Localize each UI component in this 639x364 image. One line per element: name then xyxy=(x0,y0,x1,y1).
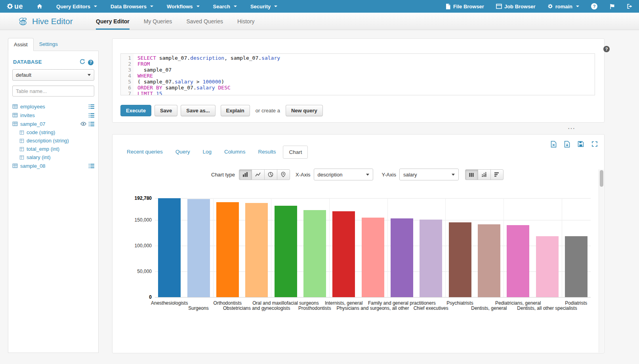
assist-help-icon[interactable]: ? xyxy=(88,58,93,65)
code-lines: SELECT sample_07.description, sample_07.… xyxy=(134,54,280,95)
chart-bar[interactable] xyxy=(187,199,210,297)
tab-saved-queries[interactable]: Saved Queries xyxy=(186,13,223,30)
chart-bar[interactable] xyxy=(245,203,268,297)
table-browse-icon[interactable] xyxy=(89,104,94,109)
column-item[interactable]: description (string) xyxy=(12,136,94,145)
gridline xyxy=(213,198,214,297)
save-button[interactable]: Save xyxy=(155,105,177,116)
caret-down-icon xyxy=(274,6,277,7)
table-browse-icon[interactable] xyxy=(89,163,94,169)
chart-bar[interactable] xyxy=(332,211,355,297)
table-filter-input[interactable] xyxy=(12,85,94,97)
y-axis-tick-label: 150,000 xyxy=(113,217,152,223)
table-browse-icon[interactable] xyxy=(89,113,94,118)
tab-settings[interactable]: Settings xyxy=(34,38,63,51)
gridline xyxy=(445,198,446,297)
chart-bar[interactable] xyxy=(303,210,326,297)
gear-icon xyxy=(547,4,553,9)
chart-x-label: Physicians and surgeons, all other xyxy=(337,305,409,311)
app-title: Hive Editor xyxy=(17,13,87,30)
hue-logo[interactable]: ue xyxy=(6,2,23,11)
tab-assist[interactable]: Assist xyxy=(8,38,34,51)
nav-query-editors[interactable]: Query Editors xyxy=(56,4,97,9)
save-as-button[interactable]: Save as... xyxy=(181,105,215,116)
column-item[interactable]: salary (int) xyxy=(12,153,94,161)
tab-query-editor[interactable]: Query Editor xyxy=(96,13,130,30)
caret-down-icon xyxy=(196,6,200,7)
chart-x-label: Internists, general xyxy=(325,300,362,306)
database-select[interactable]: default xyxy=(12,69,94,81)
caret-down-icon xyxy=(88,74,91,76)
chart-x-label: Dentists, general xyxy=(471,305,507,311)
y-axis-tick-label: 100,000 xyxy=(113,243,152,248)
gridline xyxy=(155,198,591,199)
line-numbers: 1234567 xyxy=(121,54,134,95)
chart-x-label: Dentists, all other specialists xyxy=(517,305,577,311)
y-axis-tick-label: 50,000 xyxy=(113,269,152,274)
chart-bar[interactable] xyxy=(449,222,471,298)
sql-editor[interactable]: 1234567 SELECT sample_07.description, sa… xyxy=(120,53,595,95)
chart-bar[interactable] xyxy=(158,198,181,297)
flag-icon xyxy=(609,4,615,9)
or-create-a-text: or create a xyxy=(256,108,280,114)
refresh-icon[interactable] xyxy=(80,59,85,64)
query-editor-panel: ? 1234567 SELECT sample_07.description, … xyxy=(112,38,605,123)
table-icon xyxy=(12,163,18,169)
gridline xyxy=(562,198,562,297)
editor-help-icon[interactable]: ? xyxy=(603,46,610,52)
preview-eye-icon[interactable] xyxy=(80,121,86,126)
chart-bar[interactable] xyxy=(362,218,384,297)
chart-bar[interactable] xyxy=(565,236,587,297)
y-axis-tick-label: 192,780 xyxy=(113,195,152,201)
logout-button[interactable] xyxy=(627,4,633,9)
chart-bar[interactable] xyxy=(507,225,529,297)
editor-nav-tabs: Query Editor My Queries Saved Queries Hi… xyxy=(96,13,255,30)
chart-bar[interactable] xyxy=(420,220,442,297)
nav-search[interactable]: Search xyxy=(213,4,237,9)
home-button[interactable] xyxy=(36,3,43,9)
nav-workflows[interactable]: Workflows xyxy=(167,4,200,9)
chart-x-label: Podiatrists xyxy=(565,300,587,306)
chart-bar[interactable] xyxy=(536,236,559,297)
tab-history[interactable]: History xyxy=(237,13,255,30)
chart-x-label: Oral and maxillofacial surgeons xyxy=(252,300,319,306)
table-name: sample_07 xyxy=(20,121,78,127)
home-icon xyxy=(36,3,43,9)
table-row[interactable]: sample_08 xyxy=(12,161,94,170)
table-row[interactable]: employees xyxy=(12,102,94,111)
chart-bar[interactable] xyxy=(275,206,297,297)
sign-out-icon xyxy=(627,4,633,9)
chart-x-label: Prosthodontists xyxy=(298,305,331,311)
table-browse-icon[interactable] xyxy=(89,121,94,127)
column-item[interactable]: total_emp (int) xyxy=(12,145,94,153)
explain-button[interactable]: Explain xyxy=(221,105,250,116)
help-button[interactable]: ? xyxy=(591,3,597,9)
tab-my-queries[interactable]: My Queries xyxy=(144,13,172,30)
chart-x-label: Anesthesiologists xyxy=(151,300,188,306)
column-item[interactable]: code (string) xyxy=(12,128,94,136)
feedback-flag-button[interactable] xyxy=(609,4,615,9)
table-name: sample_08 xyxy=(20,163,86,169)
nav-user-menu[interactable]: romain xyxy=(547,4,579,9)
nav-job-browser[interactable]: Job Browser xyxy=(496,4,536,9)
page-title: Hive Editor xyxy=(32,17,73,26)
assist-panel: Assist Settings DATABASE ? default emplo… xyxy=(8,38,99,353)
chart-bar[interactable] xyxy=(216,202,239,297)
table-name: invites xyxy=(20,112,86,118)
execute-button[interactable]: Execute xyxy=(120,105,151,116)
chart-x-label: Obstetricians and gynecologists xyxy=(223,305,290,311)
column-icon xyxy=(19,130,24,135)
table-row-sample-07[interactable]: sample_07 xyxy=(12,119,94,128)
new-query-button[interactable]: New query xyxy=(286,105,323,116)
nav-security[interactable]: Security xyxy=(250,4,277,9)
column-icon xyxy=(19,138,24,143)
nav-file-browser[interactable]: File Browser xyxy=(445,4,484,9)
chart-bar[interactable] xyxy=(478,224,500,297)
question-icon: ? xyxy=(591,3,597,9)
nav-data-browsers[interactable]: Data Browsers xyxy=(111,4,153,9)
table-row[interactable]: invites xyxy=(12,111,94,119)
results-scrollbar[interactable] xyxy=(599,169,604,353)
chart-bar[interactable] xyxy=(391,218,413,297)
panel-resize-handle[interactable]: … xyxy=(565,124,578,130)
scrollbar-thumb[interactable] xyxy=(600,170,603,187)
